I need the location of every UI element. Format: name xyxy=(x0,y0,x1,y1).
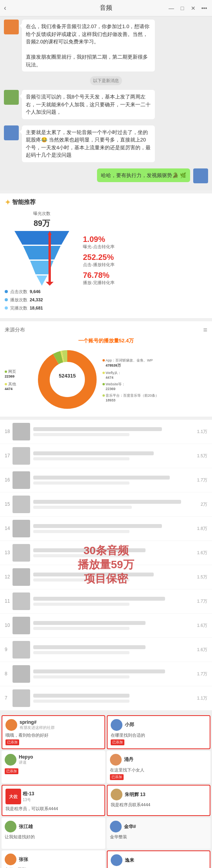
right-label-2: Wefly从： 4474 xyxy=(102,370,207,379)
rank-info xyxy=(33,524,194,533)
rank-thumb xyxy=(13,423,30,440)
bubble: 主要就是太累了，发一轮音频一个半小时过去了，坐的屁股疼😂 当然效果也超明显，只要… xyxy=(22,125,155,162)
svg-text:524315: 524315 xyxy=(59,373,75,379)
right-label-3: Website等： 22369 xyxy=(102,382,207,391)
fan-name: Hepyo xyxy=(19,754,33,760)
rank-info xyxy=(33,645,194,654)
time-divider: 以下是新消息 xyxy=(90,76,122,85)
rate-1-value: 1.09% xyxy=(83,235,207,244)
fan-card-header: 张张 xyxy=(5,854,102,865)
fan-tag: 13号 xyxy=(23,797,34,803)
fan-name: 张江雄 xyxy=(19,823,33,830)
rank-row-18: 18 1.1万 xyxy=(0,420,212,444)
added-badge: 已添加 xyxy=(5,739,19,745)
exposure-value: 89万 xyxy=(5,218,79,229)
fans-grid: spring# 有朋友进这样的社群 哦哦，看到给你的好好 已添加 小郑 在哪里找… xyxy=(0,714,212,868)
rank-row-7: 7 1.1万 xyxy=(0,686,212,711)
click-stat: 点击次数 9,646 xyxy=(5,289,79,295)
rank-info xyxy=(33,548,194,557)
fan-avatar xyxy=(111,789,122,800)
fan-tag: 有朋友进这样的社群 xyxy=(20,725,55,730)
fan-card-6: 朱明辉 13 我是程序员联系4444 xyxy=(107,785,210,816)
smart-title: ✦ 智能推荐 xyxy=(5,198,207,207)
rank-thumb xyxy=(13,568,30,586)
fan-card-header: spring# 有朋友进这样的社群 xyxy=(5,719,101,731)
fan-avatar xyxy=(111,719,122,731)
fan-text: 我是程序员，可以联系4444 xyxy=(5,806,101,812)
rate-2-value: 252.25% xyxy=(83,253,207,262)
fan-card-4: 涌丹 在这里找下小女人 已添加 xyxy=(107,751,210,783)
avatar xyxy=(4,20,19,34)
fan-avatar xyxy=(110,821,122,832)
rank-thumb xyxy=(13,496,30,513)
fan-avatar xyxy=(5,754,16,766)
smart-recommend-section: ✦ 智能推荐 曝光次数 89万 xyxy=(0,193,212,318)
fan-avatar xyxy=(5,719,17,731)
fan-name: 金华# xyxy=(124,823,136,830)
rate-3-value: 76.78% xyxy=(83,271,207,280)
fan-card-8: 金华# 金华整装 xyxy=(107,818,210,849)
menu-icon[interactable]: ≡ xyxy=(203,326,207,334)
fan-name: 张张 xyxy=(19,856,28,863)
left-label-1: 网页 22369 xyxy=(5,369,32,378)
added-badge: 已添加 xyxy=(111,739,124,745)
fan-card-1: spring# 有朋友进这样的社群 哦哦，看到给你的好好 已添加 xyxy=(2,715,105,749)
fan-avatar xyxy=(5,854,16,865)
left-stats: 点击次数 9,646 播放次数 24,332 完播次数 18,681 xyxy=(5,289,79,311)
message-text: 主要就是太累了，发一轮音频一个半小时过去了，坐的屁股疼😂 当然效果也超明显，只要… xyxy=(26,129,151,158)
maximize-icon[interactable]: □ xyxy=(178,4,186,12)
rank-row-15: 15 2万 xyxy=(0,492,212,517)
fan-text: 我是程序员联系4444 xyxy=(111,802,207,808)
rank-thumb xyxy=(13,689,30,707)
fan-card-3: Hepyo 讲道 已添加 xyxy=(2,751,105,783)
fan-avatar xyxy=(5,821,16,832)
right-label-4: 音乐平台：百度音乐等（前20条） 18933 xyxy=(102,393,207,402)
bubble: 哈哈，要有执行力，发视频驱势🐊 🌿 xyxy=(97,168,190,183)
svg-marker-0 xyxy=(14,231,69,245)
fan-name: 逸来 xyxy=(125,857,134,864)
back-icon[interactable]: ‹ xyxy=(4,4,6,12)
close-icon[interactable]: ✕ xyxy=(189,4,197,12)
fan-text: 在这里找下小女人 xyxy=(110,767,207,773)
smart-content: 曝光次数 89万 xyxy=(5,211,207,313)
header-icons: — □ ✕ ••• xyxy=(167,4,208,12)
avatar-placeholder xyxy=(158,20,173,34)
ranking-wrapper: 18 1.1万 17 1.5万 16 1.7万 xyxy=(0,420,212,711)
source-content: 网页 22369 其他 4474 xyxy=(5,348,207,412)
rank-info xyxy=(33,500,198,509)
fan-tag: 讲道 xyxy=(19,760,33,765)
more-icon[interactable]: ••• xyxy=(200,4,208,12)
fan-avatar xyxy=(111,854,122,866)
play-stat: 播放次数 24,332 xyxy=(5,297,79,303)
fan-text: 哦哦，看到给你的好好 xyxy=(5,732,101,738)
fan-name: spring# xyxy=(20,719,55,725)
rate-1-label: 曝光-点击转化率 xyxy=(83,244,207,250)
fan-card-2: 小郑 在哪里找到合适的 已添加 xyxy=(107,715,210,749)
chat-header: ‹ 音频 — □ ✕ ••• xyxy=(0,0,212,16)
complete-stat: 完播次数 18,681 xyxy=(5,305,79,311)
minimize-icon[interactable]: — xyxy=(167,4,175,12)
funnel-container: 曝光次数 89万 xyxy=(5,211,79,313)
added-badge: 已添加 xyxy=(110,774,124,780)
message-2: 音频引流可以的，我8个号天天发，基本上发了两周左右，一天就能来6个人加我，这只要… xyxy=(0,87,212,122)
chat-title: 音频 xyxy=(100,4,112,12)
rank-info xyxy=(33,621,194,630)
fan-name: 涌丹 xyxy=(124,756,133,763)
rank-row-8: 8 1.7万 xyxy=(0,662,212,686)
avatar xyxy=(4,125,19,140)
donut-svg: 524315 xyxy=(36,348,99,411)
rank-row-10: 10 1.6万 xyxy=(0,614,212,638)
rank-info xyxy=(33,476,194,485)
rank-row-12: 12 1.5万 xyxy=(0,565,212,589)
fan-card-header: 朱明辉 13 xyxy=(111,789,207,800)
fan-text: 在哪里找到合适的 xyxy=(111,732,207,738)
fan-card-header: 逸来 xyxy=(111,854,207,866)
rate-1: 1.09% 曝光-点击转化率 xyxy=(83,235,207,250)
bubble: 在么，我们准备开音频引流2.07，你参加过1.0，想请你给个反馈或好评或建议，这… xyxy=(22,20,155,72)
rate-2: 252.25% 点击-播放转化率 xyxy=(83,253,207,268)
rank-info xyxy=(33,694,194,703)
rank-info xyxy=(33,573,194,582)
source-distribution-section: 来源分布 ≡ 一个账号的播放量52.4万 网页 22369 其他 4474 xyxy=(0,321,212,417)
rate-3-label: 播放-完播转化率 xyxy=(83,280,207,286)
donut-right-labels: App：百词斩缘故、金鱼、WP 478539万 Wefly从： 4474 Web… xyxy=(102,358,207,402)
